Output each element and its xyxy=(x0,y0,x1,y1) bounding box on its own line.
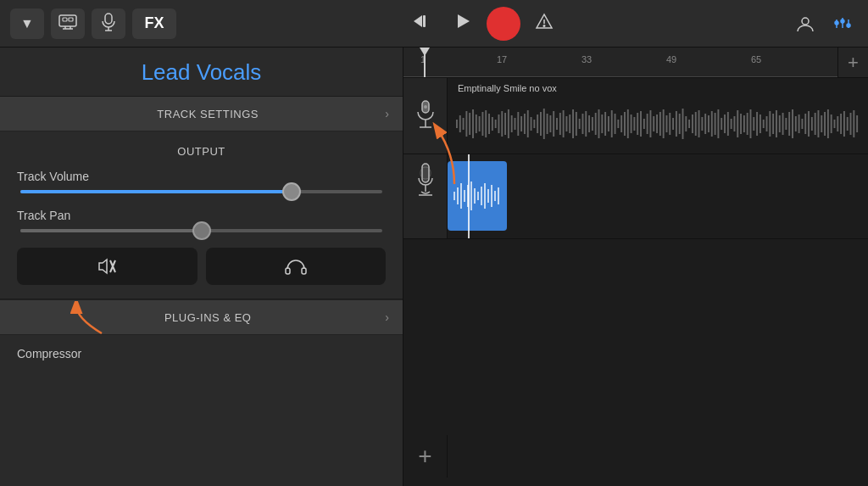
svg-rect-152 xyxy=(850,113,852,135)
svg-rect-112 xyxy=(721,118,722,130)
svg-rect-134 xyxy=(792,109,793,138)
svg-rect-10 xyxy=(423,15,426,27)
svg-rect-61 xyxy=(556,118,558,130)
svg-rect-84 xyxy=(631,115,632,133)
svg-rect-45 xyxy=(504,113,506,135)
svg-rect-113 xyxy=(724,115,726,133)
svg-rect-105 xyxy=(698,110,700,137)
alert-btn[interactable] xyxy=(527,8,561,39)
svg-rect-154 xyxy=(856,115,858,132)
svg-rect-71 xyxy=(588,115,590,132)
svg-point-20 xyxy=(847,24,850,27)
svg-rect-135 xyxy=(795,116,797,131)
track-volume-slider[interactable] xyxy=(20,190,382,193)
svg-rect-52 xyxy=(527,110,529,137)
svg-rect-147 xyxy=(834,120,836,128)
svg-rect-115 xyxy=(731,119,732,129)
svg-rect-148 xyxy=(837,116,838,131)
svg-rect-138 xyxy=(804,114,806,134)
toolbar-right xyxy=(790,8,858,39)
svg-rect-76 xyxy=(604,112,606,136)
microphone-icon xyxy=(101,13,116,35)
add-track-header-btn[interactable]: + xyxy=(837,47,868,78)
svg-rect-57 xyxy=(543,109,545,139)
track-2-icon-col[interactable] xyxy=(403,154,448,238)
svg-rect-39 xyxy=(485,110,487,137)
account-btn[interactable] xyxy=(790,8,821,39)
svg-rect-60 xyxy=(553,111,554,137)
svg-rect-70 xyxy=(585,111,587,137)
svg-rect-42 xyxy=(495,120,497,128)
svg-rect-72 xyxy=(592,117,593,131)
svg-rect-67 xyxy=(576,112,577,136)
svg-rect-40 xyxy=(488,114,490,134)
svg-rect-79 xyxy=(615,114,616,134)
screen-btn[interactable] xyxy=(51,8,85,39)
alert-icon xyxy=(534,11,554,36)
rewind-btn[interactable] xyxy=(405,8,439,39)
svg-rect-111 xyxy=(717,109,719,138)
svg-rect-161 xyxy=(457,187,459,204)
record-btn[interactable] xyxy=(487,7,520,41)
clip-1-label: Emptinally Smile no vox xyxy=(458,83,557,93)
svg-rect-49 xyxy=(517,112,519,136)
track-settings-header[interactable]: TRACK SETTINGS › xyxy=(0,97,403,131)
add-track-btn[interactable]: + xyxy=(418,443,431,470)
svg-point-16 xyxy=(835,21,838,25)
mute-btn[interactable] xyxy=(17,248,198,285)
svg-rect-101 xyxy=(685,116,687,131)
svg-rect-129 xyxy=(776,110,777,137)
svg-rect-64 xyxy=(565,116,567,131)
rewind-icon xyxy=(412,11,432,36)
svg-rect-68 xyxy=(579,119,581,129)
output-section: OUTPUT Track Volume Track Pan xyxy=(0,131,403,299)
svg-rect-87 xyxy=(640,111,642,137)
timeline-ruler: 1 17 33 49 65 xyxy=(403,47,837,77)
timeline-header: 1 17 33 49 65 + xyxy=(403,47,868,78)
svg-rect-43 xyxy=(498,115,500,133)
fx-label: FX xyxy=(144,14,164,32)
svg-rect-140 xyxy=(811,117,813,131)
svg-rect-120 xyxy=(747,113,748,135)
svg-rect-93 xyxy=(659,112,661,136)
svg-rect-139 xyxy=(808,111,810,137)
svg-rect-104 xyxy=(695,112,697,136)
svg-rect-118 xyxy=(740,114,742,134)
output-title: OUTPUT xyxy=(17,145,386,158)
play-icon xyxy=(453,11,473,36)
svg-rect-116 xyxy=(733,116,735,131)
track-2-content xyxy=(448,154,868,238)
svg-rect-83 xyxy=(627,109,629,138)
track-pan-label: Track Pan xyxy=(17,209,386,222)
svg-rect-90 xyxy=(649,110,651,137)
svg-rect-2 xyxy=(69,18,73,21)
plugins-eq-header[interactable]: PLUG-INS & EQ › xyxy=(0,299,403,335)
ruler-mark-33: 33 xyxy=(581,54,592,64)
svg-rect-160 xyxy=(453,192,455,200)
svg-marker-11 xyxy=(458,14,470,28)
svg-rect-38 xyxy=(481,112,483,136)
mic-btn[interactable] xyxy=(92,8,125,39)
svg-rect-130 xyxy=(779,115,781,132)
svg-rect-121 xyxy=(750,109,752,138)
track-pan-row: Track Pan xyxy=(17,209,386,232)
play-btn[interactable] xyxy=(446,8,480,39)
main-content: Lead Vocals TRACK SETTINGS › OUTPUT Trac… xyxy=(0,47,868,486)
headphones-btn[interactable] xyxy=(206,248,387,285)
svg-rect-74 xyxy=(598,109,600,138)
right-panel: 1 17 33 49 65 + xyxy=(403,47,868,486)
svg-marker-9 xyxy=(414,15,422,27)
svg-rect-94 xyxy=(663,109,665,138)
svg-rect-0 xyxy=(59,15,76,26)
svg-rect-125 xyxy=(763,120,765,128)
track-pan-slider[interactable] xyxy=(20,229,382,232)
toolbar: ▼ FX xyxy=(0,0,868,47)
mute-solo-row xyxy=(17,248,386,285)
svg-rect-88 xyxy=(643,119,645,129)
svg-rect-77 xyxy=(608,116,609,131)
fx-btn[interactable]: FX xyxy=(132,8,176,39)
mixer-btn[interactable] xyxy=(827,8,858,39)
svg-rect-51 xyxy=(524,114,526,134)
svg-rect-47 xyxy=(511,115,513,132)
dropdown-btn[interactable]: ▼ xyxy=(10,8,44,39)
